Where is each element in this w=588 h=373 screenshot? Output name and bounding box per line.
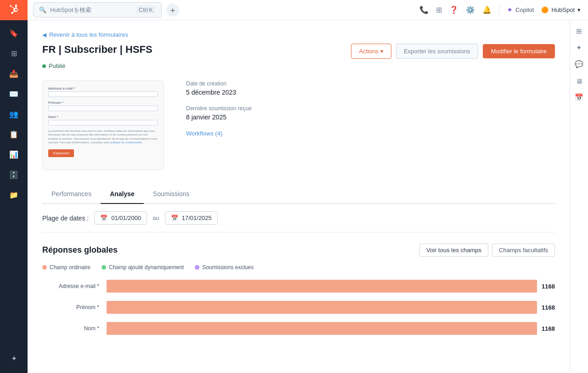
bar-chart: Adresse e-mail *1168Prénom *1168Nom *116… [42, 280, 555, 335]
chevron-down-icon: ▾ [577, 6, 581, 13]
actions-button[interactable]: Actions ▾ [351, 44, 391, 59]
bar-fill [107, 301, 537, 314]
calendar-to-icon: 📅 [171, 215, 178, 221]
bar-value: 1168 [542, 325, 555, 332]
bar-row: Adresse e-mail *1168 [42, 280, 555, 293]
last-submission-group: Dernière soumission reçue 8 janvier 2025 [186, 105, 555, 121]
copilot-button[interactable]: ✦ Copilot [507, 6, 534, 14]
left-sidebar: 🔖 ⊞ 📥 ✉️ 👥 📋 📊 🗄️ 📁 ✦ [0, 20, 28, 373]
bar-value: 1168 [542, 283, 555, 290]
bell-icon[interactable]: 🔔 [482, 6, 492, 14]
sidebar-bottom: ✦ [5, 349, 23, 373]
sidebar-item-data[interactable]: 🗄️ [5, 165, 23, 184]
form-preview-submit-button[interactable]: S'abonner [48, 149, 74, 157]
chart-section: Réponses globales Voir tous les champs C… [42, 243, 555, 354]
creation-date-value: 5 décembre 2023 [186, 89, 555, 96]
add-button[interactable]: ＋ [166, 4, 179, 17]
actions-label: Actions [359, 48, 379, 55]
legend-label-dynamique: Champ ajouté dynamiquement [109, 264, 184, 271]
sidebar-item-inbox[interactable]: 📥 [5, 64, 23, 83]
keyboard-shortcut: Ctrl K [136, 6, 156, 14]
page-header: FR | Subscriber | HSFS Actions ▾ Exporte… [42, 44, 555, 59]
status-dot-icon [42, 64, 46, 68]
help-icon[interactable]: ❓ [449, 6, 458, 14]
sidebar-item-grid[interactable]: ⊞ [5, 44, 23, 62]
optional-fields-button[interactable]: Champs facultatifs [492, 243, 555, 257]
sidebar-item-lists[interactable]: 📋 [5, 125, 23, 143]
calendar-from-icon: 📅 [100, 215, 107, 221]
nav-right: 📞 ⊞ ❓ ⚙️ 🔔 ✦ Copilot 🟠 HubSpot ▾ [419, 5, 588, 16]
tab-performances[interactable]: Performances [42, 185, 101, 204]
right-panel-apps-icon[interactable]: ⊞ [572, 24, 587, 39]
tab-soumissions[interactable]: Soumissions [144, 185, 198, 204]
page-title-container: FR | Subscriber | HSFS [42, 44, 153, 56]
right-panel-sparkle-icon[interactable]: ✦ [572, 40, 587, 55]
bar-row: Prénom *1168 [42, 301, 555, 314]
form-preview-prenom-input [48, 106, 158, 111]
search-bar[interactable]: 🔍 HubSpotを検索 Ctrl K [33, 2, 162, 17]
right-panel-screen-icon[interactable]: 🖥 [572, 73, 587, 88]
all-fields-button[interactable]: Voir tous les champs [419, 243, 488, 257]
page-title: FR | Subscriber | HSFS [42, 44, 153, 56]
hubspot-logo[interactable] [0, 0, 28, 20]
search-icon: 🔍 [39, 6, 46, 13]
status-badge: Publié [42, 62, 555, 69]
form-preview-email-field: Adresse e-mail * [48, 86, 158, 97]
actions-chevron-icon: ▾ [380, 48, 384, 55]
form-preview: Adresse e-mail * Prénom * Nom * La prote… [42, 80, 164, 170]
right-panel-chat-icon[interactable]: 💬 [572, 57, 587, 72]
form-preview-nom-input [48, 120, 158, 125]
bar-fill [107, 280, 537, 293]
status-text: Publié [49, 62, 65, 69]
form-preview-gdpr-text: La protection des données nous tient à c… [48, 129, 158, 145]
workflows-group: Workflows (4) [186, 130, 555, 137]
export-label: Exporter les soumissions [404, 48, 470, 55]
legend-label-exclues: Soumissions exclues [202, 264, 254, 271]
settings-icon[interactable]: ⚙️ [466, 6, 475, 14]
sidebar-item-folder[interactable]: 📁 [5, 186, 23, 204]
breadcrumb-arrow-icon: ◀ [42, 32, 46, 38]
sidebar-item-contacts[interactable]: 👥 [5, 105, 23, 123]
form-meta: Date de création 5 décembre 2023 Dernièr… [186, 80, 555, 170]
date-from-value: 01/01/2000 [111, 215, 141, 221]
hubspot-account-button[interactable]: 🟠 HubSpot ▾ [541, 6, 581, 13]
modify-button[interactable]: Modifier le formulaire [483, 44, 555, 58]
nav-divider [499, 5, 499, 16]
last-submission-value: 8 janvier 2025 [186, 113, 555, 121]
form-preview-nom-label: Nom * [48, 115, 158, 119]
chart-legend: Champ ordinaire Champ ajouté dynamiqueme… [42, 264, 555, 271]
legend-item-dynamique: Champ ajouté dynamiquement [102, 264, 184, 271]
sidebar-item-marketing[interactable]: ✉️ [5, 85, 23, 103]
date-to-input[interactable]: 📅 17/01/2025 [165, 211, 218, 225]
legend-dot-exclues [195, 265, 199, 270]
breadcrumb[interactable]: ◀ Revenir à tous les formulaires [42, 31, 555, 38]
legend-dot-ordinaire [42, 265, 47, 270]
sidebar-item-expand[interactable]: ✦ [5, 349, 23, 367]
right-panel-calendar-icon[interactable]: 📅 [572, 90, 587, 105]
legend-item-exclues: Soumissions exclues [195, 264, 254, 271]
form-preview-email-label: Adresse e-mail * [48, 86, 158, 90]
hubspot-avatar-icon: 🟠 [541, 6, 548, 13]
breadcrumb-text: Revenir à tous les formulaires [49, 31, 128, 38]
sidebar-item-bookmark[interactable]: 🔖 [5, 24, 23, 42]
tabs: Performances Analyse Soumissions [42, 185, 555, 204]
export-button[interactable]: Exporter les soumissions [396, 44, 478, 59]
modify-label: Modifier le formulaire [491, 48, 547, 55]
bar-value: 1168 [542, 304, 555, 311]
date-from-input[interactable]: 📅 01/01/2000 [94, 211, 147, 225]
legend-label-ordinaire: Champ ordinaire [50, 264, 90, 271]
form-preview-prenom-label: Prénom * [48, 101, 158, 105]
bar-label: Nom * [42, 325, 107, 332]
chart-title: Réponses globales [42, 245, 118, 255]
grid-icon[interactable]: ⊞ [436, 6, 442, 14]
legend-dot-dynamique [102, 265, 106, 270]
bar-row: Nom *1168 [42, 322, 555, 335]
phone-icon[interactable]: 📞 [419, 6, 429, 14]
tab-analyse[interactable]: Analyse [101, 185, 144, 204]
sidebar-item-reports[interactable]: 📊 [5, 145, 23, 164]
main-content: ◀ Revenir à tous les formulaires FR | Su… [28, 20, 570, 373]
last-submission-label: Dernière soumission reçue [186, 105, 555, 112]
bar-fill [107, 322, 537, 335]
workflows-link[interactable]: Workflows (4) [186, 130, 555, 137]
filter-label: Plage de dates : [42, 215, 89, 222]
